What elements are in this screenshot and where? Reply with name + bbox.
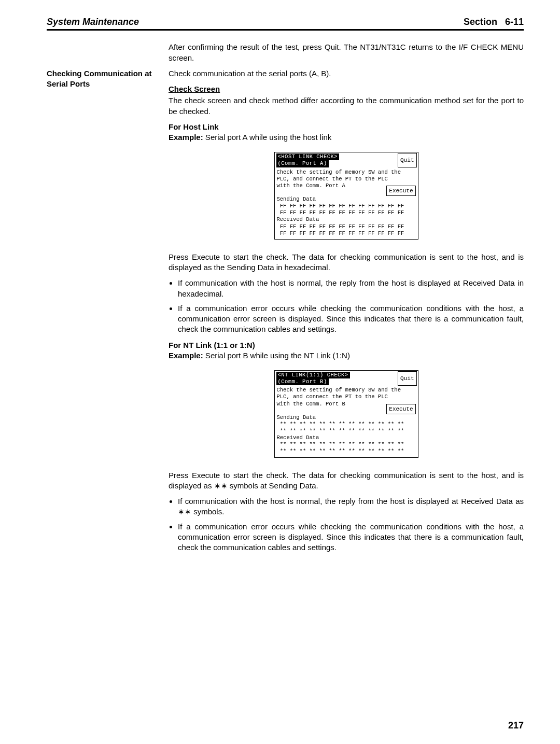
example-text: Serial port B while using the NT Link (1…: [203, 351, 350, 360]
example-text: Serial port A while using the host link: [203, 133, 332, 142]
example-label: Example:: [169, 351, 203, 360]
ntlink-example: Example: Serial port B while using the N…: [169, 350, 524, 361]
ntlink-heading: For NT Link (1:1 or 1:N): [169, 340, 524, 350]
execute-button[interactable]: Execute: [386, 186, 415, 196]
example-label: Example:: [169, 133, 203, 142]
screen2-subtitle: (Comm. Port B): [276, 378, 329, 385]
section-number: 6-11: [505, 17, 524, 27]
bullet-item: If a communication error occurs while ch…: [178, 522, 524, 553]
check-screen-heading: Check Screen: [169, 84, 524, 94]
check-screen-para: The check screen and check method differ…: [169, 95, 524, 117]
quit-button[interactable]: Quit: [398, 153, 416, 167]
bullet-item: If communication with the host is normal…: [178, 496, 524, 517]
hostlink-example: Example: Serial port A while using the h…: [169, 132, 524, 143]
bullets-ntlink: If communication with the host is normal…: [169, 496, 524, 553]
screen1-title: <HOST LINK CHECK>: [276, 153, 340, 160]
intro-paragraph: After confirming the result of the test,…: [169, 42, 524, 63]
check-comm-intro: Check communication at the serial ports …: [169, 68, 524, 79]
after-screen2-para: Press Execute to start the check. The da…: [169, 470, 524, 492]
screen1-subtitle: (Comm. Port A): [276, 160, 329, 167]
header-section: Section 6-11: [464, 16, 524, 28]
page-number: 217: [508, 719, 524, 732]
hostlink-check-screen: <HOST LINK CHECK> (Comm. Port A) Quit Ch…: [274, 152, 418, 240]
page-header: System Maintenance Section 6-11: [47, 16, 524, 31]
execute-button[interactable]: Execute: [386, 404, 415, 414]
after-screen1-para: Press Execute to start the check. The da…: [169, 252, 524, 273]
screen2-body: Check the setting of memory SW and the P…: [275, 386, 418, 457]
header-title: System Maintenance: [47, 16, 139, 28]
section-label: Section: [464, 17, 497, 27]
bullets-hostlink: If communication with the host is normal…: [169, 278, 524, 334]
side-heading: Checking Communication at Serial Ports: [47, 68, 158, 90]
bullet-item: If a communication error occurs while ch…: [178, 303, 524, 335]
screen1-body: Check the setting of memory SW and the P…: [275, 168, 418, 239]
quit-button[interactable]: Quit: [398, 371, 416, 386]
bullet-item: If communication with the host is normal…: [178, 278, 524, 299]
hostlink-heading: For Host Link: [169, 122, 524, 132]
ntlink-check-screen: <NT LINK(1:1) CHECK> (Comm. Port B) Quit…: [274, 370, 418, 458]
screen2-title: <NT LINK(1:1) CHECK>: [276, 372, 350, 378]
